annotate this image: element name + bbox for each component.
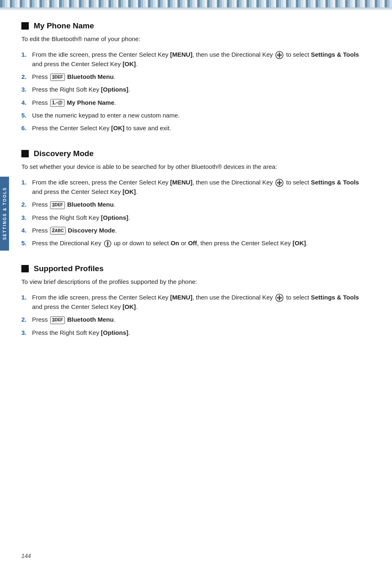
section-title-discovery-mode: Discovery Mode [34, 149, 94, 158]
step-6-my-phone-name: 6. Press the Center Select Key [OK] to s… [21, 123, 371, 133]
section-my-phone-name: My Phone Name To edit the Bluetooth® nam… [21, 21, 371, 133]
step-4-discovery: 4. Press 2 ABC Discovery Mode. [21, 226, 371, 235]
step-content: Press 1.-@ My Phone Name. [32, 98, 116, 107]
step-content: Press 3 DEF Bluetooth Menu. [32, 315, 115, 324]
key-3def-badge: 3 DEF [50, 316, 65, 324]
ok-label: [OK] [293, 240, 306, 246]
section-bullet-square [21, 265, 29, 272]
settings-tools-label: Settings & Tools [311, 294, 359, 301]
svg-marker-7 [279, 180, 281, 182]
step-content: Press 2 ABC Discovery Mode. [32, 226, 117, 235]
step-1-my-phone-name: 1. From the idle screen, press the Cente… [21, 50, 371, 69]
section-title-supported-profiles: Supported Profiles [34, 264, 104, 273]
options-label: [Options] [101, 214, 129, 221]
step-content: Press the Right Soft Key [Options]. [32, 85, 130, 94]
section-intro-discovery-mode: To set whether your device is able to be… [21, 162, 371, 172]
top-decorative-bar [0, 0, 392, 7]
steps-supported-profiles: 1. From the idle screen, press the Cente… [21, 293, 371, 337]
step-number: 5. [21, 111, 30, 120]
svg-marker-17 [279, 295, 281, 297]
on-label: On [171, 240, 179, 246]
steps-discovery-mode: 1. From the idle screen, press the Cente… [21, 177, 371, 248]
step-1-profiles: 1. From the idle screen, press the Cente… [21, 293, 371, 312]
section-intro-supported-profiles: To view brief descriptions of the profil… [21, 277, 371, 287]
page-number: 144 [21, 553, 31, 559]
bluetooth-menu-label: Bluetooth Menu [67, 201, 113, 208]
step-5-my-phone-name: 5. Use the numeric keypad to enter a new… [21, 111, 371, 120]
side-tab-label: SETTINGS & TOOLS [2, 187, 7, 240]
step-number: 5. [21, 238, 30, 248]
svg-point-11 [279, 182, 281, 184]
svg-marker-14 [106, 245, 108, 246]
svg-point-21 [279, 297, 281, 299]
settings-tools-label: Settings & Tools [311, 179, 359, 186]
svg-marker-19 [277, 297, 278, 299]
main-content: My Phone Name To edit the Bluetooth® nam… [0, 17, 392, 370]
svg-marker-4 [281, 54, 282, 56]
side-tab: SETTINGS & TOOLS [0, 177, 9, 251]
step-number: 2. [21, 72, 30, 81]
my-phone-name-label: My Phone Name [67, 99, 114, 106]
step-number: 3. [21, 213, 30, 222]
step-5-discovery: 5. Press the Directional Key up or down … [21, 238, 371, 248]
ok-label: [OK] [122, 303, 136, 310]
key-label: [MENU] [170, 51, 192, 58]
svg-point-5 [279, 54, 281, 56]
step-number: 1. [21, 293, 30, 302]
svg-marker-10 [281, 182, 282, 184]
step-number: 2. [21, 315, 30, 324]
directional-key-icon [275, 179, 284, 187]
directional-key-updown-icon [104, 240, 111, 247]
svg-marker-3 [277, 54, 278, 56]
step-4-my-phone-name: 4. Press 1.-@ My Phone Name. [21, 98, 371, 107]
step-2-discovery: 2. Press 3 DEF Bluetooth Menu. [21, 200, 371, 209]
step-number: 4. [21, 226, 30, 235]
options-label: [Options] [101, 86, 129, 93]
steps-my-phone-name: 1. From the idle screen, press the Cente… [21, 50, 371, 133]
settings-tools-label: Settings & Tools [311, 51, 359, 58]
options-label: [Options] [101, 329, 129, 336]
step-number: 1. [21, 50, 30, 59]
step-2-my-phone-name: 2. Press 3 DEF Bluetooth Menu. [21, 72, 371, 81]
step-content: Press the Right Soft Key [Options]. [32, 328, 130, 337]
step-number: 3. [21, 328, 30, 337]
svg-marker-13 [106, 241, 108, 243]
section-heading-supported-profiles: Supported Profiles [21, 264, 371, 273]
step-content: Press the Right Soft Key [Options]. [32, 213, 130, 222]
step-content: Press the Center Select Key [OK] to save… [32, 123, 171, 133]
step-3-my-phone-name: 3. Press the Right Soft Key [Options]. [21, 85, 371, 94]
section-bullet-square [21, 150, 29, 157]
section-supported-profiles: Supported Profiles To view brief descrip… [21, 264, 371, 337]
step-content: From the idle screen, press the Center S… [32, 177, 371, 197]
step-number: 2. [21, 200, 30, 209]
step-content: From the idle screen, press the Center S… [32, 293, 371, 312]
key-1at-badge: 1.-@ [50, 99, 65, 107]
ok-label: [OK] [122, 60, 136, 67]
step-content: Press 3 DEF Bluetooth Menu. [32, 200, 115, 209]
step-number: 6. [21, 123, 30, 133]
section-intro-my-phone-name: To edit the Bluetooth® name of your phon… [21, 35, 371, 44]
ok-label: [OK] [122, 188, 136, 195]
step-content: Press the Directional Key up or down to … [32, 238, 308, 248]
step-2-profiles: 2. Press 3 DEF Bluetooth Menu. [21, 315, 371, 324]
directional-key-icon [275, 51, 284, 59]
key-label: [MENU] [170, 294, 192, 301]
svg-point-15 [107, 243, 108, 244]
key-3def-badge: 3 DEF [50, 74, 65, 81]
section-heading-my-phone-name: My Phone Name [21, 21, 371, 30]
step-number: 1. [21, 177, 30, 187]
step-number: 4. [21, 98, 30, 107]
step-1-discovery: 1. From the idle screen, press the Cente… [21, 177, 371, 197]
step-content: From the idle screen, press the Center S… [32, 50, 371, 69]
section-discovery-mode: Discovery Mode To set whether your devic… [21, 149, 371, 248]
discovery-mode-label: Discovery Mode [68, 227, 115, 234]
top-gradient [0, 7, 392, 11]
key-label: [MENU] [170, 179, 192, 186]
svg-marker-20 [281, 297, 282, 299]
svg-marker-9 [277, 182, 278, 184]
directional-key-icon [275, 294, 284, 302]
key-2abc-badge: 2 ABC [50, 227, 66, 235]
section-heading-discovery-mode: Discovery Mode [21, 149, 371, 158]
step-3-discovery: 3. Press the Right Soft Key [Options]. [21, 213, 371, 222]
svg-marker-1 [279, 52, 281, 54]
